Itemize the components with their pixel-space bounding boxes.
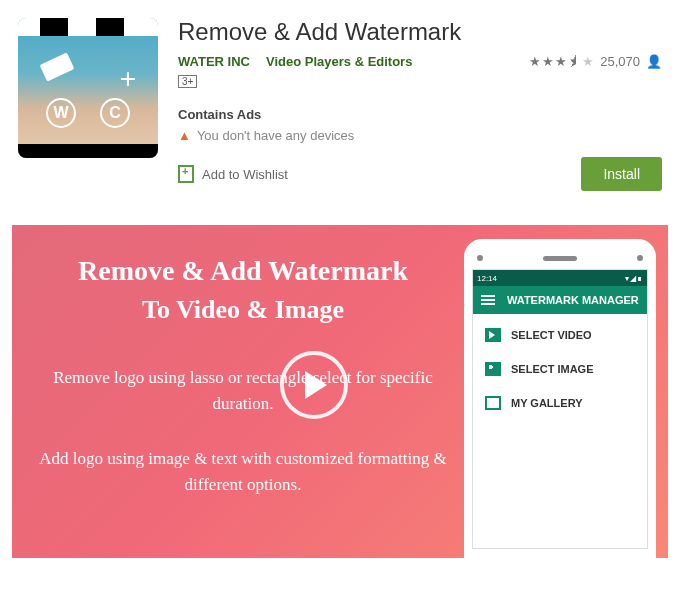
phone-sensor-icon xyxy=(637,255,643,261)
add-to-wishlist-button[interactable]: Add to Wishlist xyxy=(178,165,288,183)
phone-appbar: WATERMARK MANAGER xyxy=(473,286,647,314)
developer-link[interactable]: WATER INC xyxy=(178,54,250,69)
age-rating-badge: 3+ xyxy=(178,75,197,88)
status-icons: ▾◢∎ xyxy=(625,274,643,283)
stars-icon: ★★★⯨★ xyxy=(529,54,594,69)
phone-speaker-icon xyxy=(543,256,577,261)
install-button[interactable]: Install xyxy=(581,157,662,191)
folder-icon xyxy=(485,396,501,410)
phone-statusbar: 12:14 ▾◢∎ xyxy=(473,270,647,286)
wishlist-label: Add to Wishlist xyxy=(202,167,288,182)
promo-title-line1: Remove & Add Watermark xyxy=(32,255,454,287)
watermark-w-icon: W xyxy=(46,98,76,128)
menu-my-gallery: MY GALLERY xyxy=(485,396,635,410)
app-icon[interactable]: + W C xyxy=(18,18,158,158)
contains-ads-label: Contains Ads xyxy=(178,107,662,122)
rating-count: 25,070 xyxy=(600,54,640,69)
menu-select-video: SELECT VIDEO xyxy=(485,328,635,342)
warning-icon: ▲ xyxy=(178,128,191,143)
phone-mock: 12:14 ▾◢∎ WATERMARK MANAGER SELECT VIDEO… xyxy=(464,239,656,558)
hamburger-icon xyxy=(481,295,495,305)
icon-filmstrip-top xyxy=(18,18,158,36)
icon-filmstrip-bottom xyxy=(18,144,158,158)
status-time: 12:14 xyxy=(477,274,497,283)
play-video-icon[interactable] xyxy=(280,351,348,419)
eraser-icon xyxy=(40,53,75,82)
rating[interactable]: ★★★⯨★ 25,070 👤 xyxy=(529,54,662,69)
app-title: Remove & Add Watermark xyxy=(178,18,662,46)
menu-label: MY GALLERY xyxy=(511,397,583,409)
category-link[interactable]: Video Players & Editors xyxy=(266,54,412,69)
bookmark-add-icon xyxy=(178,165,194,183)
person-icon: 👤 xyxy=(646,54,662,69)
menu-label: SELECT IMAGE xyxy=(511,363,594,375)
image-icon xyxy=(485,362,501,376)
promo-banner[interactable]: Remove & Add Watermark To Video & Image … xyxy=(12,225,668,558)
promo-desc-2: Add logo using image & text with customi… xyxy=(32,446,454,497)
plus-icon: + xyxy=(120,63,136,95)
copyright-c-icon: C xyxy=(100,98,130,128)
appbar-title: WATERMARK MANAGER xyxy=(507,294,639,306)
promo-desc-1: Remove logo using lasso or rectangle sel… xyxy=(32,365,454,416)
video-icon xyxy=(485,328,501,342)
menu-select-image: SELECT IMAGE xyxy=(485,362,635,376)
device-warning-text: You don't have any devices xyxy=(197,128,354,143)
phone-camera-icon xyxy=(477,255,483,261)
promo-title-line2: To Video & Image xyxy=(32,295,454,325)
menu-label: SELECT VIDEO xyxy=(511,329,592,341)
